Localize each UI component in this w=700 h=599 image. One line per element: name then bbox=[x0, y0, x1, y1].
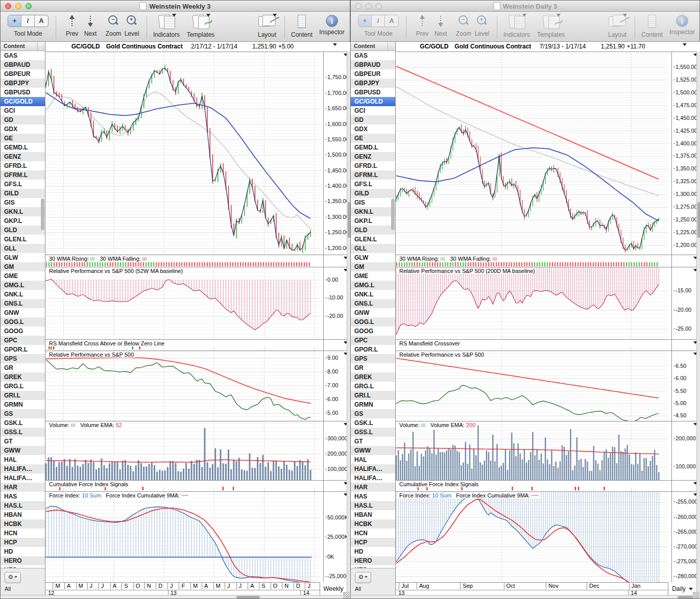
templates-button[interactable]: Templates bbox=[184, 15, 217, 38]
zoom-out-button[interactable]: −Zoom bbox=[104, 15, 123, 37]
sidebar-item-gd[interactable]: GD bbox=[351, 115, 395, 124]
sidebar-item-gmgl[interactable]: GMG.L bbox=[1, 281, 45, 290]
sidebar-item-gbpeur[interactable]: GBPEUR bbox=[1, 69, 45, 79]
volume-chart[interactable] bbox=[396, 421, 668, 481]
sidebar-item-hcbk[interactable]: HCBK bbox=[351, 519, 395, 529]
sidebar-item-gporl[interactable]: GPOR.L bbox=[1, 345, 45, 354]
sidebar-item-grmn[interactable]: GRMN bbox=[1, 400, 45, 409]
sidebar-item-gps[interactable]: GPS bbox=[351, 354, 395, 363]
sidebar-item-gld[interactable]: GLD bbox=[351, 226, 395, 235]
zoom-out-button[interactable]: −Zoom bbox=[454, 15, 473, 37]
sidebar-item-hcbk[interactable]: HCBK bbox=[1, 519, 45, 529]
sidebar-scrollbar[interactable] bbox=[41, 198, 44, 230]
volume-chart[interactable] bbox=[45, 421, 320, 481]
sidebar-item-gssl[interactable]: GSS.L bbox=[1, 428, 45, 437]
sidebar-item-gs[interactable]: GS bbox=[1, 409, 45, 418]
sidebar-item-gkpl[interactable]: GKP.L bbox=[1, 216, 45, 226]
sidebar-item-gknl[interactable]: GKN.L bbox=[1, 207, 45, 216]
sidebar-item-ge[interactable]: GE bbox=[351, 134, 395, 143]
sidebar-item-gis[interactable]: GIS bbox=[351, 198, 395, 207]
prev-button[interactable]: Prev bbox=[63, 15, 81, 37]
line-tool-icon[interactable]: / bbox=[21, 15, 35, 27]
chart-vertical-scrollbar[interactable] bbox=[696, 52, 700, 595]
sidebar-item-halifa[interactable]: HALIFA… bbox=[1, 464, 45, 473]
sidebar-item-gpc[interactable]: GPC bbox=[351, 336, 395, 345]
sidebar-item-gknl[interactable]: GKN.L bbox=[351, 207, 395, 216]
sidebar-item-gdx[interactable]: GDX bbox=[351, 124, 395, 134]
sidebar-item-genz[interactable]: GENZ bbox=[351, 152, 395, 161]
sidebar-item-gld[interactable]: GLD bbox=[1, 226, 45, 235]
sidebar-item-gril[interactable]: GRI.L bbox=[1, 391, 45, 400]
sidebar-item-glw[interactable]: GLW bbox=[351, 253, 395, 262]
sidebar-item-has[interactable]: HAS bbox=[351, 492, 395, 501]
sidebar-header[interactable]: Content bbox=[1, 42, 45, 51]
panel-options-icon[interactable] bbox=[683, 43, 687, 46]
sidebar-item-gnw[interactable]: GNW bbox=[351, 308, 395, 317]
sidebar-item-hcp[interactable]: HCP bbox=[1, 538, 45, 547]
sidebar-item-gskl[interactable]: GSK.L bbox=[351, 418, 395, 428]
relative-performance-chart[interactable] bbox=[45, 267, 320, 340]
tool-mode-control[interactable]: +/A Tool Mode bbox=[5, 15, 52, 37]
sidebar-item-gogl[interactable]: GOG.L bbox=[1, 317, 45, 327]
layout-button[interactable]: Layout bbox=[254, 15, 280, 38]
sidebar-item-gpc[interactable]: GPC bbox=[1, 336, 45, 345]
sidebar-item-gkpl[interactable]: GKP.L bbox=[351, 216, 395, 226]
next-button[interactable]: Next bbox=[81, 15, 100, 37]
indicators-button[interactable]: Indicators bbox=[151, 15, 182, 38]
sidebar-item-har[interactable]: HAR bbox=[351, 483, 395, 492]
sidebar-item-gcgold[interactable]: GC/GOLD bbox=[351, 97, 395, 106]
action-gear-button[interactable]: ⚙ bbox=[5, 572, 21, 583]
sidebar-item-hero[interactable]: HERO bbox=[351, 556, 395, 565]
sidebar-item-gt[interactable]: GT bbox=[1, 437, 45, 446]
sidebar-item-glenl[interactable]: GLEN.L bbox=[351, 235, 395, 244]
relative-strength-chart[interactable] bbox=[45, 351, 320, 421]
sidebar-item-hban[interactable]: HBAN bbox=[1, 510, 45, 519]
sidebar-item-gfrdl[interactable]: GFRD.L bbox=[351, 161, 395, 170]
indicators-button[interactable]: Indicators bbox=[501, 15, 533, 38]
content-button[interactable]: Content bbox=[288, 15, 315, 38]
sidebar-item-gbpaud[interactable]: GBPAUD bbox=[351, 60, 395, 69]
sidebar-item-goog[interactable]: GOOG bbox=[351, 327, 395, 336]
sidebar-item-gril[interactable]: GRI.L bbox=[351, 391, 395, 400]
price-chart[interactable] bbox=[45, 52, 320, 255]
sidebar-item-gm[interactable]: GM bbox=[1, 262, 45, 271]
sidebar-item-gci[interactable]: GCI bbox=[351, 106, 395, 115]
sidebar-item-glw[interactable]: GLW bbox=[1, 253, 45, 262]
sidebar-item-hcn[interactable]: HCN bbox=[1, 529, 45, 538]
sidebar-item-gis[interactable]: GIS bbox=[1, 198, 45, 207]
sidebar-item-halifa[interactable]: HALIFA… bbox=[351, 473, 395, 483]
sidebar-item-gfrml[interactable]: GFRM.L bbox=[1, 170, 45, 180]
sidebar-item-hcn[interactable]: HCN bbox=[351, 529, 395, 538]
filter-label[interactable]: All bbox=[5, 586, 11, 592]
prev-button[interactable]: Prev bbox=[413, 15, 431, 37]
sidebar-item-gd[interactable]: GD bbox=[1, 115, 45, 124]
sidebar-item-gfsl[interactable]: GFS.L bbox=[1, 180, 45, 189]
sidebar-item-halifa[interactable]: HALIFA… bbox=[351, 464, 395, 473]
sidebar-item-hban[interactable]: HBAN bbox=[351, 510, 395, 519]
periodicity-select[interactable]: Daily bbox=[668, 582, 696, 596]
sidebar-item-gnkl[interactable]: GNK.L bbox=[351, 290, 395, 299]
relative-performance-chart[interactable] bbox=[396, 267, 668, 340]
sidebar-scrollbar[interactable] bbox=[391, 198, 395, 230]
titlebar[interactable]: Weinstein Weekly 3 bbox=[1, 1, 350, 12]
sidebar-item-gci[interactable]: GCI bbox=[1, 106, 45, 115]
sidebar-item-gbpaud[interactable]: GBPAUD bbox=[1, 60, 45, 69]
inspector-button[interactable]: iInspector bbox=[667, 15, 697, 36]
sidebar-item-gll[interactable]: GLL bbox=[351, 244, 395, 253]
force-index-chart[interactable] bbox=[396, 492, 668, 583]
relative-strength-chart[interactable] bbox=[396, 351, 668, 421]
sidebar-item-gbpusd[interactable]: GBPUSD bbox=[351, 88, 395, 97]
filter-label[interactable]: All bbox=[355, 586, 361, 592]
sidebar-item-hasl[interactable]: HAS.L bbox=[351, 501, 395, 510]
sidebar-item-hcp[interactable]: HCP bbox=[351, 538, 395, 547]
sidebar-item-gemdl[interactable]: GEMD.L bbox=[351, 143, 395, 152]
sidebar-item-gr[interactable]: GR bbox=[1, 363, 45, 372]
inspector-button[interactable]: iInspector bbox=[317, 15, 347, 36]
sidebar-item-hal[interactable]: HAL bbox=[1, 455, 45, 464]
chart-horizontal-scrollbar[interactable] bbox=[1, 595, 350, 598]
sidebar-item-hal[interactable]: HAL bbox=[351, 455, 395, 464]
sidebar-item-gbpjpy[interactable]: GBPJPY bbox=[351, 79, 395, 88]
sidebar-header[interactable]: Content bbox=[351, 42, 395, 51]
symbol-list[interactable]: GASGBPAUDGBPEURGBPJPYGBPUSDGC/GOLDGCIGDG… bbox=[1, 51, 45, 569]
sidebar-item-gbpjpy[interactable]: GBPJPY bbox=[1, 79, 45, 88]
